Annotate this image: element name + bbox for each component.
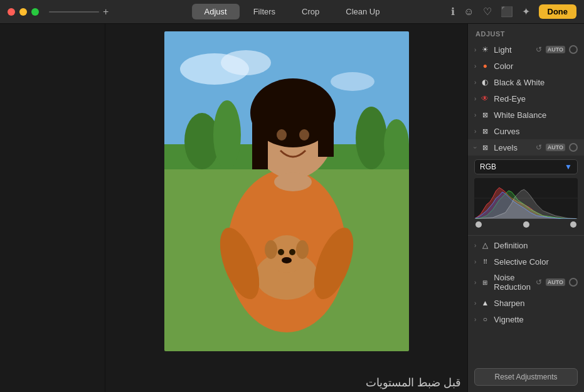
emoji-icon[interactable]: ☺ [464, 6, 474, 18]
levels-toggle[interactable] [569, 143, 578, 152]
heart-icon[interactable]: ♡ [483, 6, 492, 18]
photo-image [164, 31, 409, 351]
adjust-item-whitebalance[interactable]: › ⊠ White Balance [468, 107, 584, 123]
light-toggle[interactable] [569, 45, 578, 54]
tab-filters[interactable]: Filters [241, 4, 288, 19]
selectivecolor-icon: ⠿ [480, 257, 490, 267]
vignette-label: Vignette [494, 315, 578, 324]
chevron-right-icon: › [474, 242, 476, 249]
separator [468, 235, 584, 236]
dropdown-arrow-icon: ▼ [565, 162, 572, 171]
levels-icon: ⊠ [480, 142, 490, 152]
vignette-icon: ○ [480, 314, 490, 324]
noisereduction-label: Noise Reduction [494, 273, 531, 292]
svg-point-23 [282, 257, 292, 263]
sharpen-icon: ▲ [480, 298, 490, 308]
noisereduction-toggle[interactable] [569, 278, 578, 287]
adjust-item-color[interactable]: › ● Color [468, 58, 584, 74]
done-button[interactable]: Done [539, 4, 577, 19]
tools-icon[interactable]: ✦ [522, 6, 530, 18]
chevron-right-icon: › [474, 63, 476, 70]
close-button[interactable] [8, 8, 15, 16]
chevron-right-icon: › [474, 95, 476, 102]
tab-crop[interactable]: Crop [289, 4, 332, 19]
chevron-right-icon: › [474, 300, 476, 307]
rgb-dropdown[interactable]: RGB ▼ [474, 159, 578, 174]
noisereduction-auto-badge[interactable]: AUTO [546, 278, 565, 286]
photo-area: قبل ضبط المستويات [105, 24, 467, 392]
zoom-slider-area: + [49, 6, 109, 18]
chevron-right-icon: › [474, 128, 476, 135]
color-icon: ● [480, 61, 490, 71]
curves-icon: ⊠ [480, 126, 490, 136]
histogram-mid-point[interactable] [523, 221, 529, 228]
noisereduction-icon: ⊞ [480, 277, 490, 287]
adjust-item-vignette[interactable]: › ○ Vignette [468, 311, 584, 327]
redeye-label: Red-Eye [494, 94, 578, 103]
svg-point-3 [331, 72, 374, 91]
chevron-down-icon: › [472, 146, 479, 148]
adjust-item-light[interactable]: › ☀ Light ↺ AUTO [468, 41, 584, 58]
rgb-label: RGB [480, 162, 496, 171]
color-label: Color [494, 61, 578, 71]
noisereduction-reset-icon[interactable]: ↺ [536, 278, 542, 287]
titlebar: + Adjust Filters Crop Clean Up ℹ ☺ ♡ ⬛ ✦… [0, 0, 584, 24]
chevron-right-icon: › [474, 112, 476, 119]
levels-reset-icon[interactable]: ↺ [536, 143, 542, 152]
definition-label: Definition [494, 241, 578, 250]
photo-caption: قبل ضبط المستويات [366, 376, 461, 389]
left-panel [0, 24, 105, 392]
svg-rect-14 [318, 107, 334, 157]
adjust-item-noisereduction[interactable]: › ⊞ Noise Reduction ↺ AUTO [468, 270, 584, 295]
zoom-plus-button[interactable]: + [103, 6, 109, 18]
adjust-item-levels[interactable]: › ⊠ Levels ↺ AUTO [468, 139, 584, 156]
tab-adjust[interactable]: Adjust [192, 4, 240, 19]
zoom-slider[interactable] [49, 11, 99, 13]
whitebalance-label: White Balance [494, 110, 578, 120]
svg-point-15 [277, 129, 287, 140]
info-icon[interactable]: ℹ [451, 6, 455, 18]
adjust-item-selectivecolor[interactable]: › ⠿ Selective Color [468, 253, 584, 270]
svg-point-8 [384, 119, 409, 169]
svg-point-7 [356, 107, 387, 169]
share-icon[interactable]: ⬛ [501, 6, 513, 18]
photo-container [164, 31, 409, 351]
traffic-lights [8, 8, 39, 16]
light-label: Light [494, 45, 531, 55]
blackwhite-label: Black & White [494, 78, 578, 87]
light-icon: ☀ [480, 45, 490, 55]
sharpen-label: Sharpen [494, 299, 578, 308]
adjust-item-definition[interactable]: › △ Definition [468, 237, 584, 253]
tab-cleanup[interactable]: Clean Up [333, 4, 392, 19]
curves-label: Curves [494, 127, 578, 136]
histogram-black-point[interactable] [475, 221, 482, 228]
svg-point-16 [299, 129, 309, 140]
histogram-white-point[interactable] [570, 221, 576, 228]
titlebar-right: ℹ ☺ ♡ ⬛ ✦ Done [451, 4, 576, 19]
nav-tabs: Adjust Filters Crop Clean Up [192, 4, 393, 19]
minimize-button[interactable] [19, 8, 27, 16]
levels-auto-badge[interactable]: AUTO [546, 144, 565, 151]
svg-point-6 [213, 100, 241, 169]
chevron-right-icon: › [474, 279, 476, 286]
adjust-item-blackwhite[interactable]: › ◐ Black & White [468, 74, 584, 90]
maximize-button[interactable] [31, 8, 39, 16]
histogram-sliders [474, 219, 578, 230]
svg-point-19 [265, 240, 277, 259]
selectivecolor-label: Selective Color [494, 257, 578, 267]
whitebalance-icon: ⊠ [480, 110, 490, 120]
light-reset-icon[interactable]: ↺ [536, 45, 542, 54]
svg-point-21 [278, 249, 284, 255]
redeye-icon: 👁 [480, 93, 490, 103]
adjust-item-redeye[interactable]: › 👁 Red-Eye [468, 90, 584, 107]
svg-point-2 [221, 50, 271, 75]
adjust-item-sharpen[interactable]: › ▲ Sharpen [468, 295, 584, 311]
adjust-item-curves[interactable]: › ⊠ Curves [468, 123, 584, 139]
main-content: قبل ضبط المستويات ADJUST › ☀ Light ↺ AUT… [0, 24, 584, 392]
svg-point-20 [296, 240, 309, 259]
light-auto-badge[interactable]: AUTO [546, 46, 565, 53]
svg-point-26 [274, 172, 312, 191]
levels-label: Levels [494, 143, 531, 152]
reset-adjustments-button[interactable]: Reset Adjustments [474, 368, 578, 386]
chevron-right-icon: › [474, 46, 476, 53]
